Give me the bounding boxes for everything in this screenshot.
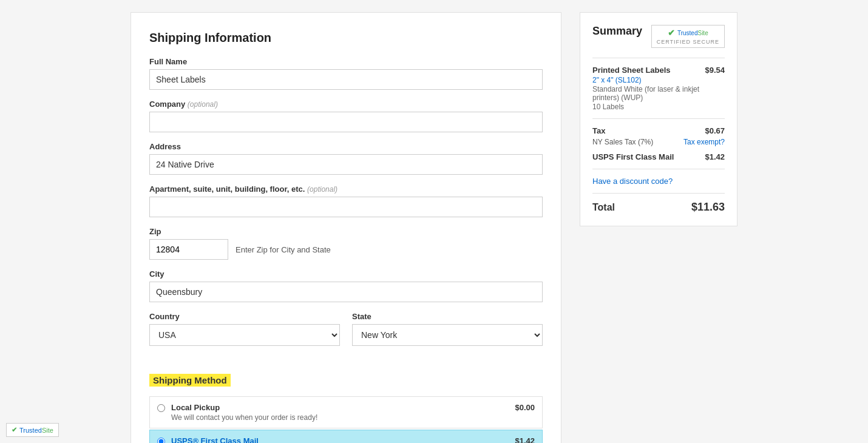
total-row: Total $11.63 xyxy=(592,201,725,214)
summary-product-item: Printed Sheet Labels $9.54 2" x 4" (SL10… xyxy=(592,66,725,111)
summary-title: Summary xyxy=(592,25,642,38)
apartment-label: Apartment, suite, unit, building, floor,… xyxy=(149,184,543,194)
trusted-site-badge-text: TrustedSite xyxy=(677,30,708,36)
usps-first-class-radio[interactable] xyxy=(157,438,165,443)
full-name-label: Full Name xyxy=(149,57,543,66)
city-group: City xyxy=(149,269,543,302)
total-label: Total xyxy=(592,202,615,213)
apartment-group: Apartment, suite, unit, building, floor,… xyxy=(149,184,543,217)
summary-shipping-row: USPS First Class Mail $1.42 xyxy=(592,152,725,161)
zip-hint: Enter Zip for City and State xyxy=(236,245,331,254)
product-detail-3: 10 Labels xyxy=(592,103,725,111)
full-name-input[interactable] xyxy=(149,69,543,90)
discount-code-link[interactable]: Have a discount code? xyxy=(592,177,725,186)
usps-first-class-price: $1.42 xyxy=(515,436,535,443)
company-group: Company (optional) xyxy=(149,100,543,132)
shipping-method-title: Shipping Method xyxy=(149,374,231,387)
city-label: City xyxy=(149,269,543,279)
shipping-option-usps-first-class[interactable]: USPS® First Class Mail Estimated Deliver… xyxy=(149,430,543,443)
local-pickup-description: We will contact you when your order is r… xyxy=(171,413,515,422)
country-label: Country xyxy=(149,312,340,321)
address-label: Address xyxy=(149,142,543,151)
company-label: Company (optional) xyxy=(149,100,543,109)
local-pickup-name: Local Pickup xyxy=(171,403,515,412)
country-group: Country USA xyxy=(149,312,340,346)
total-price: $11.63 xyxy=(691,201,725,214)
usps-first-class-name: USPS® First Class Mail xyxy=(171,436,515,443)
bottom-checkmark-icon: ✔ xyxy=(12,426,17,434)
trusted-site-badge: ✔ TrustedSite CERTIFIED SECURE xyxy=(651,25,725,48)
zip-input[interactable] xyxy=(149,239,228,260)
shipping-information-title: Shipping Information xyxy=(149,31,543,45)
bottom-trusted-site-text: TrustedSite xyxy=(19,427,53,434)
state-label: State xyxy=(352,312,543,321)
summary-shipping-price: $1.42 xyxy=(705,152,725,161)
certified-secure-text: CERTIFIED SECURE xyxy=(657,39,719,45)
summary-tax-row: Tax $0.67 xyxy=(592,126,725,135)
product-detail-2: Standard White (for laser & inkjet print… xyxy=(592,85,725,102)
tax-detail-text: NY Sales Tax (7%) xyxy=(592,138,653,146)
full-name-group: Full Name xyxy=(149,57,543,90)
tax-price: $0.67 xyxy=(705,126,725,135)
trusted-site-bottom-badge[interactable]: ✔ TrustedSite xyxy=(6,423,59,437)
product-price: $9.54 xyxy=(705,66,725,75)
local-pickup-radio[interactable] xyxy=(157,404,165,412)
state-group: State New York California Texas Florida … xyxy=(352,312,543,346)
shipping-method-section: Shipping Method Local Pickup We will con… xyxy=(149,374,543,443)
company-input[interactable] xyxy=(149,112,543,132)
checkmark-icon: ✔ xyxy=(668,28,675,38)
local-pickup-price: $0.00 xyxy=(515,403,535,412)
address-input[interactable] xyxy=(149,154,543,175)
shipping-option-local-pickup[interactable]: Local Pickup We will contact you when yo… xyxy=(149,396,543,428)
tax-label: Tax xyxy=(592,126,605,135)
product-name: Printed Sheet Labels xyxy=(592,66,671,75)
address-group: Address xyxy=(149,142,543,175)
state-select[interactable]: New York California Texas Florida New Je… xyxy=(352,324,543,346)
summary-shipping-label: USPS First Class Mail xyxy=(592,152,674,161)
zip-label: Zip xyxy=(149,227,543,236)
product-detail-1: 2" x 4" (SL102) xyxy=(592,76,725,84)
tax-detail-row: NY Sales Tax (7%) Tax exempt? xyxy=(592,138,725,146)
country-select[interactable]: USA xyxy=(149,324,340,346)
apartment-input[interactable] xyxy=(149,197,543,217)
zip-group: Zip Enter Zip for City and State xyxy=(149,227,543,260)
tax-exempt-link[interactable]: Tax exempt? xyxy=(683,138,725,146)
city-input[interactable] xyxy=(149,282,543,302)
summary-section: Summary ✔ TrustedSite CERTIFIED SECURE P… xyxy=(580,12,737,226)
